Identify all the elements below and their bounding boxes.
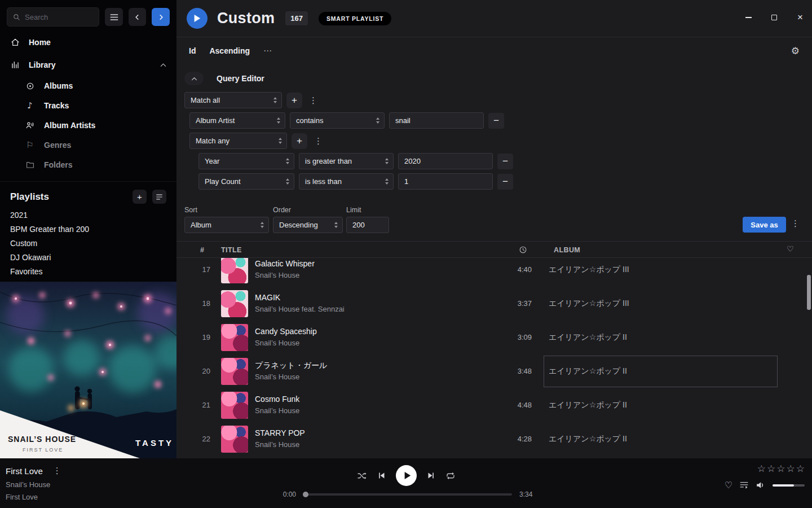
progress-bar[interactable] [303,493,512,496]
heart-column-icon[interactable]: ♡ [787,244,794,253]
query-editor-header: Query Editor [184,72,812,85]
playlist-item[interactable]: BPM Greater than 200 [0,222,176,237]
star-icon[interactable]: ☆ [776,463,785,474]
hamburger-icon [110,14,118,21]
operator-select[interactable]: is less than [299,173,394,190]
previous-button[interactable] [377,471,386,480]
toolbar-sort-order[interactable]: Ascending [209,46,250,55]
now-playing-menu-button[interactable]: ⋮ [51,466,64,476]
table-row[interactable]: 18 MAGIK Snail’s House feat. Sennzai 3:3… [176,287,812,321]
sidebar-item-genres[interactable]: ⚐ Genres [0,135,176,155]
progress-knob[interactable] [303,492,308,497]
save-as-button[interactable]: Save as [743,217,786,233]
album-art-thumbnail [221,324,248,351]
shuffle-button[interactable] [357,471,367,480]
table-row[interactable]: 20 プラネット・ガール Snail’s House 3:48 エイリアン☆ポッ… [176,354,812,388]
add-group-rule-button[interactable]: + [292,133,307,149]
track-album: エイリアン☆ポップ II [549,434,627,444]
table-row[interactable]: 22 STARRY POP Snail’s House 4:28 エイリアン☆ポ… [176,422,812,456]
sidebar-item-folders[interactable]: Folders [0,155,176,174]
sidebar-item-albums[interactable]: Albums [0,76,176,95]
playlist-item[interactable]: Custom [0,237,176,251]
sidebar-item-home[interactable]: Home [0,31,176,54]
remove-rule-button[interactable]: − [488,113,504,129]
table-rows-viewport: 17 Galactic Whisper Snail’s House 4:40 エ… [176,258,812,458]
column-album[interactable]: ALBUM [554,246,580,254]
playlist-list-button[interactable] [152,190,166,204]
table-row[interactable]: 17 Galactic Whisper Snail’s House 4:40 エ… [176,258,812,287]
add-rule-button[interactable]: + [286,93,302,108]
sidebar-item-library[interactable]: Library [0,54,176,76]
limit-input[interactable] [346,217,389,233]
tracks-label: Tracks [44,101,69,110]
group-menu-button[interactable]: ⋮ [312,136,325,146]
table-row[interactable]: 21 Cosmo Funk Snail’s House 4:48 エイリアン☆ポ… [176,388,812,422]
select-updown-icon [385,178,389,185]
toolbar-more-button[interactable]: ⋯ [263,46,272,56]
field-select[interactable]: Play Count [198,173,294,190]
star-icon[interactable]: ☆ [757,463,766,474]
back-button[interactable] [129,8,147,26]
operator-select[interactable]: is greater than [299,153,394,169]
rule-value-input[interactable] [398,173,493,190]
album-art-thumbnail [221,426,248,453]
now-playing-info: First Love ⋮ Snail’s House First Love [6,466,64,501]
save-menu-button[interactable]: ⋮ [789,218,802,229]
play-playlist-button[interactable] [187,8,208,29]
playlist-item[interactable]: Favorites [0,265,176,279]
column-index[interactable]: # [200,246,204,254]
play-pause-button[interactable] [396,465,417,486]
duration-clock-icon[interactable] [519,246,527,254]
add-playlist-button[interactable]: + [133,190,147,204]
volume-slider[interactable] [773,484,805,487]
repeat-icon [445,471,456,480]
toolbar-sort-field[interactable]: Id [189,46,196,55]
minimize-button[interactable] [743,12,753,23]
rule-value-input[interactable] [398,153,493,169]
remove-rule-button[interactable]: − [497,154,513,169]
star-icon[interactable]: ☆ [767,463,775,474]
order-select[interactable]: Descending [273,217,343,233]
select-updown-icon [273,97,277,103]
sort-select[interactable]: Album [184,217,269,233]
group-match-select[interactable]: Match any [189,133,287,149]
now-playing-cover-art: SNAIL’S HOUSE FIRST LOVE TASTY [0,282,176,458]
match-select[interactable]: Match all [184,92,282,108]
track-artist: Snail’s House [255,339,299,347]
star-icon[interactable]: ☆ [787,463,795,474]
remove-rule-button[interactable]: − [497,174,513,190]
forward-button[interactable] [152,8,170,26]
playlist-item[interactable]: DJ Okawari [0,251,176,265]
table-row[interactable]: 19 Candy Spaceship Snail’s House 3:09 エイ… [176,321,812,354]
repeat-button[interactable] [445,471,456,480]
folders-label: Folders [44,160,73,169]
playlist-item[interactable]: 2021 [0,208,176,222]
next-button[interactable] [427,471,435,480]
album-art-thumbnail [221,392,248,419]
track-duration: 3:09 [498,333,532,341]
search-input[interactable] [25,13,88,21]
maximize-button[interactable] [769,12,779,23]
query-group-row: Match any + ⋮ [189,133,812,149]
cover-artist: SNAIL’S HOUSE [8,435,76,444]
scrollbar-thumb[interactable] [807,275,811,310]
settings-button[interactable]: ⚙ [791,45,800,56]
field-select[interactable]: Album Artist [189,112,285,129]
star-icon[interactable]: ☆ [796,463,805,474]
rule-group-menu-button[interactable]: ⋮ [307,95,320,106]
query-editor-collapse-button[interactable] [184,72,204,85]
home-icon [10,38,20,47]
menu-button[interactable] [105,8,123,26]
column-title[interactable]: TITLE [221,246,242,254]
favorite-button[interactable]: ♡ [725,480,732,491]
close-button[interactable]: × [795,12,805,23]
track-title: プラネット・ガール [255,361,327,371]
volume-button[interactable] [756,481,765,489]
queue-button[interactable] [740,481,748,489]
sidebar-item-album-artists[interactable]: Album Artists [0,116,176,135]
operator-select[interactable]: contains [290,112,385,129]
field-select[interactable]: Year [198,153,294,169]
sidebar-item-tracks[interactable]: ♪ Tracks [0,95,176,116]
rule-value-input[interactable] [389,112,484,129]
table-header: # TITLE ALBUM ♡ [176,241,812,258]
